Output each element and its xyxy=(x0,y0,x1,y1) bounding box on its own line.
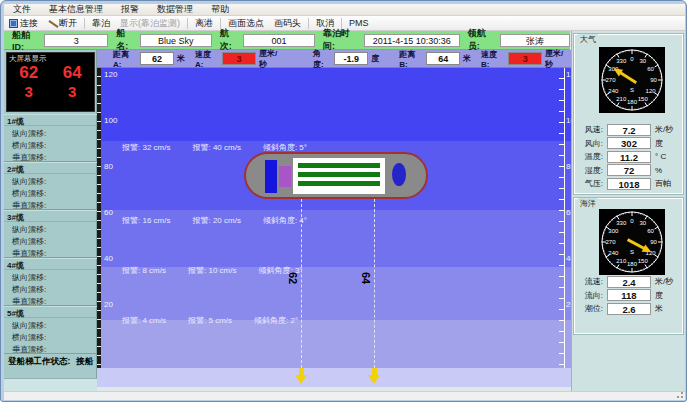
measure-bar: 距离A: 62 米 速度A: 3 厘米/秒 角度: -1.9 度 距离B: 64… xyxy=(97,50,571,68)
measure-line-b xyxy=(374,199,375,368)
menu-alarm[interactable]: 报警 xyxy=(112,3,148,16)
svg-text:180: 180 xyxy=(627,261,638,267)
menu-file[interactable]: 文件 xyxy=(4,3,40,16)
svg-text:30: 30 xyxy=(639,220,646,226)
gangway-status-value: 接船 xyxy=(76,356,93,366)
humidity-row: 湿度: 72 % xyxy=(575,164,684,178)
cable-group-title: 1#缆 xyxy=(4,115,97,126)
current-direction-value: 118 xyxy=(607,289,651,301)
svg-text:270: 270 xyxy=(605,239,616,245)
deck-stripe xyxy=(298,181,380,186)
wind-speed-row: 风速: 7.2 米/秒 xyxy=(575,123,684,137)
svg-text:60: 60 xyxy=(647,66,654,72)
svg-text:210: 210 xyxy=(616,96,627,102)
svg-text:30: 30 xyxy=(639,58,646,64)
menu-help[interactable]: 帮助 xyxy=(202,3,238,16)
speed-b-value: 3 xyxy=(508,52,542,65)
gangway-status: 登船梯工作状态:接船 xyxy=(4,356,97,368)
cable-group-5: 5#缆 纵向漂移: 横向漂移: 垂直漂移: xyxy=(4,306,97,354)
pilot-field[interactable]: 张涛 xyxy=(500,34,570,47)
big-screen-display: 大屏幕显示 62 64 3 3 xyxy=(6,52,95,112)
measure-line-a xyxy=(301,199,302,368)
svg-text:S: S xyxy=(630,249,634,255)
svg-text:180: 180 xyxy=(627,99,638,105)
left-axis-tick: 40 xyxy=(104,254,113,263)
berth-time-field[interactable]: 2011-4-15 10:30:36 xyxy=(364,34,460,47)
atmosphere-group: 大气 0306090120150180210240270300330S 风速: … xyxy=(574,34,683,194)
ship-name-field[interactable]: Blue Sky xyxy=(140,34,212,47)
status-bar xyxy=(4,391,685,400)
left-axis-tick: 100 xyxy=(104,116,117,125)
svg-text:90: 90 xyxy=(650,239,657,245)
longitudinal-drift-label: 纵向漂移: xyxy=(4,270,97,282)
temperature-value: 11.2 xyxy=(607,151,651,163)
cable-group-title: 3#缆 xyxy=(4,211,97,222)
angle-unit: 度 xyxy=(371,53,379,64)
alarm-threshold-row: 报警: 16 cm/s报警: 20 cm/s倾斜角度: 4° xyxy=(122,215,452,226)
distance-b-value: 64 xyxy=(426,52,460,65)
svg-text:120: 120 xyxy=(646,88,657,94)
dock-edge-band xyxy=(97,368,571,387)
angle-label: 角度: xyxy=(313,48,332,70)
svg-text:150: 150 xyxy=(638,258,649,264)
measure-line-b-value: 64 xyxy=(360,272,372,284)
humidity-value: 72 xyxy=(607,164,651,176)
sensor-marker-b xyxy=(368,368,380,384)
speed-b-unit: 厘米/秒 xyxy=(545,48,571,70)
atmosphere-title: 大气 xyxy=(578,34,598,45)
cable-group-1: 1#缆 纵向漂移: 横向漂移: 垂直漂移: xyxy=(4,114,97,162)
temperature-row: 温度: 11.2 ° C xyxy=(575,150,684,164)
current-speed-value: 2.4 xyxy=(607,276,651,288)
longitudinal-drift-label: 纵向漂移: xyxy=(4,126,97,138)
menu-bar: 文件 基本信息管理 报警 数据管理 帮助 xyxy=(4,4,685,16)
ship-hatch xyxy=(392,163,406,186)
distance-a-value: 62 xyxy=(140,52,174,65)
distance-a-unit: 米 xyxy=(177,53,185,64)
ship-deck xyxy=(293,158,385,194)
vertical-drift-label: 垂直漂移: xyxy=(4,294,97,306)
sidebar-footer xyxy=(4,378,97,391)
wind-direction-gauge-dial: 0306090120150180210240270300330S xyxy=(599,47,665,113)
longitudinal-drift-label: 纵向漂移: xyxy=(4,222,97,234)
deck-stripe xyxy=(298,172,380,177)
app-client-area: 文件 基本信息管理 报警 数据管理 帮助 连接 断开 靠泊 显示(靠泊监测) 离… xyxy=(4,4,685,400)
display-speed-b: 3 xyxy=(68,83,76,100)
svg-text:90: 90 xyxy=(650,77,657,83)
speed-b-label: 速度B: xyxy=(481,49,505,69)
distance-band-100-120 xyxy=(97,68,571,141)
environment-panel: 大气 0306090120150180210240270300330S 风速: … xyxy=(571,31,685,391)
menu-data-mgmt[interactable]: 数据管理 xyxy=(148,3,202,16)
svg-text:S: S xyxy=(630,87,634,93)
disconnect-icon xyxy=(48,19,57,28)
berthing-monitor-chart: 距离A: 62 米 速度A: 3 厘米/秒 角度: -1.9 度 距离B: 64… xyxy=(97,50,571,387)
current-direction-gauge-dial: 0306090120150180210240270300330S xyxy=(599,209,665,275)
menu-basic-info[interactable]: 基本信息管理 xyxy=(40,3,112,16)
ship-id-field[interactable]: 3 xyxy=(44,34,108,47)
svg-text:60: 60 xyxy=(647,228,654,234)
svg-text:330: 330 xyxy=(616,58,627,64)
ship-graphic xyxy=(244,152,428,199)
cable-groups: 1#缆 纵向漂移: 横向漂移: 垂直漂移: 2#缆 纵向漂移: 横向漂移: 垂直… xyxy=(4,114,97,354)
svg-text:150: 150 xyxy=(638,96,649,102)
toolbar-separator xyxy=(84,18,85,29)
alarm-threshold-row: 报警: 4 cm/s报警: 5 cm/s倾斜角度: 2° xyxy=(122,315,452,326)
speed-a-value: 3 xyxy=(222,52,256,65)
vertical-drift-label: 垂直漂移: xyxy=(4,246,97,258)
current-direction-row: 流向: 118 度 xyxy=(575,289,684,303)
left-axis-tick: 120 xyxy=(104,70,117,79)
tide-level-row: 潮位: 2.6 米 xyxy=(575,302,684,316)
wind-direction-value: 302 xyxy=(607,137,651,149)
display-distance-a: 62 xyxy=(19,63,38,83)
longitudinal-drift-label: 纵向漂移: xyxy=(4,318,97,330)
resize-grip[interactable] xyxy=(676,391,684,399)
svg-text:300: 300 xyxy=(608,228,619,234)
distance-a-label: 距离A: xyxy=(113,49,137,69)
ocean-title: 海洋 xyxy=(578,198,598,209)
svg-text:330: 330 xyxy=(616,220,627,226)
right-axis xyxy=(559,68,565,368)
cable-group-title: 4#缆 xyxy=(4,259,97,270)
voyage-no-field[interactable]: 001 xyxy=(243,34,315,47)
voyage-info-bar: 船舶ID: 3 船名: Blue Sky 航次: 001 靠泊时间: 2011-… xyxy=(4,31,570,50)
svg-text:210: 210 xyxy=(616,258,627,264)
lateral-drift-label: 横向漂移: xyxy=(4,282,97,294)
